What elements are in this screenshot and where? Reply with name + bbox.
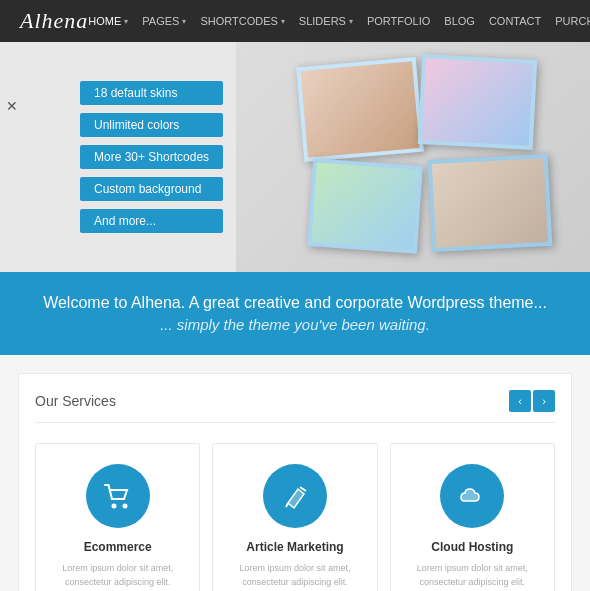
cloud-name: Cloud Hosting <box>403 540 542 554</box>
ecommerce-icon <box>86 464 150 528</box>
services-grid: Ecommerce Lorem ipsum dolor sit amet, co… <box>35 443 555 591</box>
next-arrow[interactable]: › <box>533 390 555 412</box>
svg-point-0 <box>111 504 116 509</box>
photos-collage <box>290 52 570 262</box>
cloud-icon <box>440 464 504 528</box>
hero-section: 18 default skins Unlimited colors More 3… <box>0 42 590 272</box>
nav-purchase[interactable]: PURCHASE <box>555 15 590 27</box>
hero-features-list: 18 default skins Unlimited colors More 3… <box>0 81 223 233</box>
svg-line-2 <box>286 503 288 507</box>
photo-1 <box>296 57 424 162</box>
nav-shortcodes[interactable]: SHORTCODES ▾ <box>200 15 284 27</box>
article-desc: Lorem ipsum dolor sit amet, consectetur … <box>225 562 364 591</box>
photo-2 <box>418 54 538 150</box>
feature-badge-2[interactable]: Unlimited colors <box>80 113 223 137</box>
svg-point-1 <box>122 504 127 509</box>
service-card-article: Article Marketing Lorem ipsum dolor sit … <box>212 443 377 591</box>
photo-3 <box>307 158 423 253</box>
welcome-band: Welcome to Alhena. A great creative and … <box>0 272 590 355</box>
services-section: Our Services ‹ › Ecommerce Lorem ipsum d… <box>18 373 572 591</box>
prev-arrow[interactable]: ‹ <box>509 390 531 412</box>
nav-pages[interactable]: PAGES ▾ <box>142 15 186 27</box>
services-header: Our Services ‹ › <box>35 390 555 423</box>
article-name: Article Marketing <box>225 540 364 554</box>
feature-badge-4[interactable]: Custom background <box>80 177 223 201</box>
cloud-desc: Lorem ipsum dolor sit amet, consectetur … <box>403 562 542 591</box>
welcome-line-1: Welcome to Alhena. A great creative and … <box>20 294 570 312</box>
logo: Alhena <box>20 8 88 34</box>
nav-sliders[interactable]: SLIDERS ▾ <box>299 15 353 27</box>
service-card-ecommerce: Ecommerce Lorem ipsum dolor sit amet, co… <box>35 443 200 591</box>
ecommerce-desc: Lorem ipsum dolor sit amet, consectetur … <box>48 562 187 591</box>
welcome-line-2: ... simply the theme you've been waiting… <box>20 316 570 333</box>
nav-portfolio[interactable]: PORTFOLIO <box>367 15 430 27</box>
nav-blog[interactable]: BLOG <box>444 15 475 27</box>
main-nav: HOME ▾ PAGES ▾ SHORTCODES ▾ SLIDERS ▾ PO… <box>88 15 590 27</box>
feature-badge-3[interactable]: More 30+ Shortcodes <box>80 145 223 169</box>
nav-home[interactable]: HOME ▾ <box>88 15 128 27</box>
service-card-cloud: Cloud Hosting Lorem ipsum dolor sit amet… <box>390 443 555 591</box>
feature-badge-5[interactable]: And more... <box>80 209 223 233</box>
close-button[interactable]: ✕ <box>6 98 18 114</box>
svg-line-3 <box>300 487 306 491</box>
ecommerce-name: Ecommerce <box>48 540 187 554</box>
feature-badge-1[interactable]: 18 default skins <box>80 81 223 105</box>
article-icon <box>263 464 327 528</box>
photo-4 <box>428 154 553 252</box>
services-title: Our Services <box>35 393 116 409</box>
services-nav-arrows: ‹ › <box>509 390 555 412</box>
nav-contact[interactable]: CONTACT <box>489 15 541 27</box>
header: Alhena HOME ▾ PAGES ▾ SHORTCODES ▾ SLIDE… <box>0 0 590 42</box>
